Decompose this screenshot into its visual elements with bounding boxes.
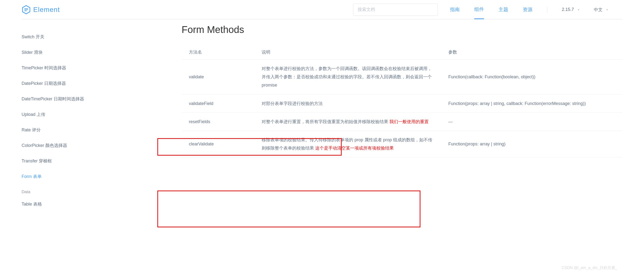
cell-name: validateField (182, 94, 254, 112)
cell-desc: 对整个表单进行校验的方法，参数为一个回调函数。该回调函数会在校验结束后被调用，并… (254, 60, 441, 94)
cell-name: resetFields (182, 112, 254, 131)
sidebar-item-form[interactable]: Form 表单 (22, 169, 157, 184)
version-label: 2.15.7 (562, 7, 574, 12)
table-row: validate 对整个表单进行校验的方法，参数为一个回调函数。该回调函数会在校… (182, 60, 622, 94)
nav-guide[interactable]: 指南 (450, 6, 460, 19)
cell-param: — (441, 112, 622, 131)
section-title: Form Methods (182, 24, 622, 35)
cell-name: validate (182, 60, 254, 94)
watermark: CSDN @i_am_a_div_日积月累_ (562, 266, 617, 270)
nav-components[interactable]: 组件 (474, 6, 484, 19)
sidebar-item-timepicker[interactable]: TimePicker 时间选择器 (22, 60, 157, 76)
table-row: validateField 对部分表单字段进行校验的方法 Function(pr… (182, 94, 622, 112)
annotation-clear: 这个是手动清空某一项或所有项校验结果 (315, 146, 394, 150)
cell-param: Function(callback: Function(boolean, obj… (441, 60, 622, 94)
language-select[interactable]: 中文 ▾ (594, 7, 608, 12)
version-select[interactable]: 2.15.7 ▾ (562, 7, 579, 12)
sidebar-item-upload[interactable]: Upload 上传 (22, 107, 157, 122)
chevron-down-icon: ▾ (606, 8, 608, 12)
element-logo-icon (22, 5, 31, 14)
brand-logo[interactable]: Element (22, 5, 60, 14)
sidebar-item-colorpicker[interactable]: ColorPicker 颜色选择器 (22, 138, 157, 153)
cell-param: Function(props: array | string) (441, 131, 622, 157)
language-label: 中文 (594, 7, 602, 12)
sidebar-item-rate[interactable]: Rate 评分 (22, 122, 157, 138)
sidebar-item-transfer[interactable]: Transfer 穿梭框 (22, 153, 157, 169)
th-description: 说明 (254, 45, 441, 60)
sidebar-group-data: Data (22, 184, 157, 196)
chevron-down-icon: ▾ (578, 8, 579, 12)
highlight-box-clearValidate (157, 190, 420, 227)
sidebar-item-datepicker[interactable]: DatePicker 日期选择器 (22, 76, 157, 91)
nav-divider (547, 7, 547, 12)
sidebar-item-datetimepicker[interactable]: DateTimePicker 日期时间选择器 (22, 91, 157, 107)
sidebar-item-switch[interactable]: Switch 开关 (22, 29, 157, 44)
methods-table: 方法名 说明 参数 validate 对整个表单进行校验的方法，参数为一个回调函… (182, 45, 622, 157)
nav-resources[interactable]: 资源 (523, 6, 532, 19)
th-params: 参数 (441, 45, 622, 60)
th-method-name: 方法名 (182, 45, 254, 60)
sidebar: Switch 开关 Slider 滑块 TimePicker 时间选择器 Dat… (22, 20, 157, 212)
cell-name: clearValidate (182, 131, 254, 157)
cell-param: Function(props: array | string, callback… (441, 94, 622, 112)
table-row: clearValidate 移除表单项的校验结果。传入待移除的表单项的 prop… (182, 131, 622, 157)
cell-desc: 对部分表单字段进行校验的方法 (254, 94, 441, 112)
search-input[interactable] (353, 4, 438, 16)
cell-desc: 对整个表单进行重置，将所有字段值重置为初始值并移除校验结果 我们一般使用的重置 (254, 112, 441, 131)
cell-desc: 移除表单项的校验结果。传入待移除的表单项的 prop 属性或者 prop 组成的… (254, 131, 441, 157)
table-row: resetFields 对整个表单进行重置，将所有字段值重置为初始值并移除校验结… (182, 112, 622, 131)
sidebar-item-table[interactable]: Table 表格 (22, 196, 157, 212)
brand-name: Element (33, 6, 60, 14)
sidebar-item-slider[interactable]: Slider 滑块 (22, 44, 157, 60)
nav-theme[interactable]: 主题 (498, 6, 508, 19)
main-content: Form Methods 方法名 说明 参数 validate 对整个表单进行校… (157, 20, 622, 212)
annotation-reset: 我们一般使用的重置 (390, 119, 429, 124)
